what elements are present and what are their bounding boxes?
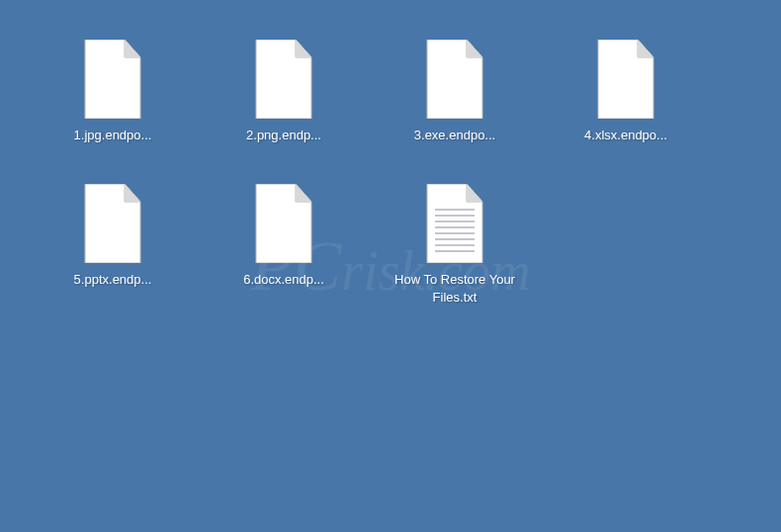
blank-file-icon — [252, 184, 315, 263]
text-file-icon — [423, 184, 486, 263]
file-label: 3.exe.endpo... — [414, 127, 495, 144]
blank-file-icon — [81, 40, 144, 119]
file-label: 1.jpg.endpo... — [74, 127, 152, 144]
file-item[interactable]: How To Restore Your Files.txt — [391, 184, 518, 307]
file-label: 4.xlsx.endpo... — [584, 127, 667, 144]
file-label: 5.pptx.endp... — [74, 271, 152, 289]
file-item[interactable]: 6.docx.endp... — [220, 184, 347, 307]
blank-file-icon — [252, 40, 315, 119]
file-label: How To Restore Your Files.txt — [391, 271, 518, 307]
file-label: 2.png.endp... — [246, 127, 321, 144]
desktop-icon-grid: 1.jpg.endpo... 2.png.endp... 3.exe.endpo… — [49, 40, 732, 308]
blank-file-icon — [423, 40, 486, 119]
file-item[interactable]: 2.png.endp... — [220, 40, 347, 144]
file-item[interactable]: 1.jpg.endpo... — [49, 40, 176, 144]
blank-file-icon — [594, 40, 657, 119]
blank-file-icon — [81, 184, 144, 263]
file-label: 6.docx.endp... — [243, 271, 324, 289]
file-item[interactable]: 4.xlsx.endpo... — [563, 40, 689, 144]
file-item[interactable]: 5.pptx.endp... — [49, 184, 176, 307]
file-item[interactable]: 3.exe.endpo... — [391, 40, 518, 144]
